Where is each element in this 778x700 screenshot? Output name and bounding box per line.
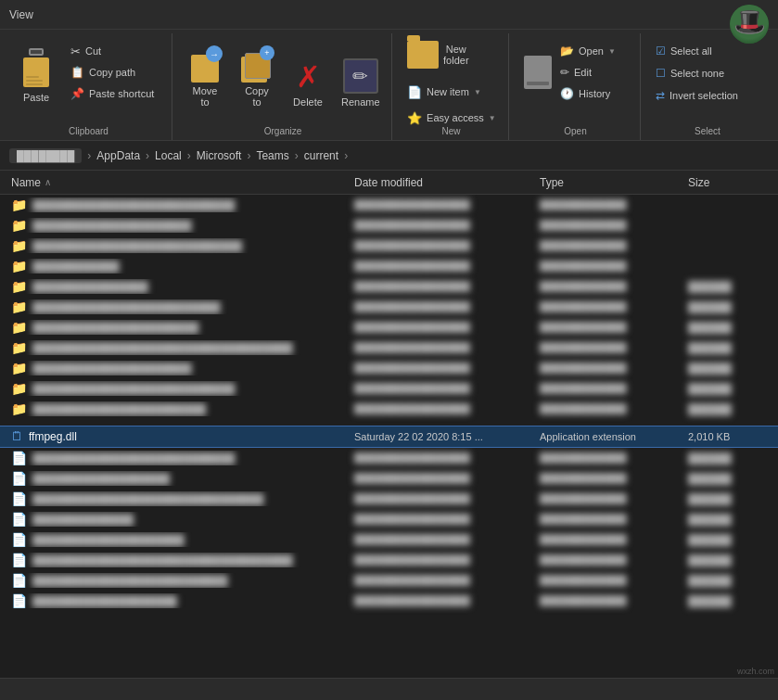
copy-to-icon: + xyxy=(239,44,274,83)
blurred-date: ████████████████ xyxy=(347,220,532,231)
blurred-type: ████████████ xyxy=(532,452,681,464)
new-folder-button[interactable]: New folder xyxy=(402,37,475,72)
table-row[interactable]: 📁████████████ ████████████████ █████████… xyxy=(0,256,778,276)
type-column-header[interactable]: Type xyxy=(532,176,681,189)
select-none-button[interactable]: ☐ Select none xyxy=(650,63,744,83)
table-row[interactable]: 📁████████████████████████ ██████████████… xyxy=(0,399,778,419)
blurred-date: ████████████████ xyxy=(347,363,532,374)
blurred-size: ██████ xyxy=(681,595,739,606)
table-row[interactable]: 📄███████████████████████████ ███████████… xyxy=(0,570,778,591)
blurred-filename: ███████████████████████ xyxy=(32,322,198,333)
select-group: ☑ Select all ☐ Select none ⇄ Invert sele… xyxy=(650,37,744,106)
blurred-type: ████████████ xyxy=(532,281,681,292)
table-row[interactable]: 📁████████████████████████████████████ ██… xyxy=(0,337,778,358)
easy-access-button[interactable]: ⭐ Easy access ▼ xyxy=(402,108,502,128)
title-bar: View xyxy=(0,0,778,30)
open-section: 📂 Open ▼ ✏ Edit 🕐 History Open xyxy=(511,33,641,140)
select-none-label: Select none xyxy=(670,68,724,79)
table-row[interactable]: 📁████████████████████████████ ██████████… xyxy=(0,378,778,399)
blurred-filename: ████████████████████████████ xyxy=(32,452,235,464)
paste-button[interactable]: Paste xyxy=(13,37,59,109)
table-row[interactable]: 📄████████████████████████████████████ ██… xyxy=(0,550,778,570)
blurred-type: ████████████ xyxy=(532,595,681,606)
history-icon: 🕐 xyxy=(560,87,574,100)
selected-file-row[interactable]: 🗒 ffmpeg.dll Saturday 22 02 2020 8:15 ..… xyxy=(0,426,778,448)
blurred-date: ████████████████ xyxy=(347,261,532,272)
cut-icon: ✂ xyxy=(70,45,81,58)
selected-file-date: Saturday 22 02 2020 8:15 ... xyxy=(347,431,532,442)
blurred-size: ██████ xyxy=(681,363,739,374)
table-row[interactable]: 📁██████████████████████ ████████████████… xyxy=(0,358,778,378)
table-row[interactable]: 📁█████████████████████████████ █████████… xyxy=(0,235,778,256)
blurred-date: ████████████████ xyxy=(347,403,532,414)
breadcrumb-sep-2: › xyxy=(187,149,191,162)
date-column-header[interactable]: Date modified xyxy=(347,176,532,189)
new-item-arrow: ▼ xyxy=(474,88,481,96)
blurred-type: ████████████ xyxy=(532,473,681,484)
folder-icon: 📄 xyxy=(11,512,27,527)
copy-to-button[interactable]: + Copy to xyxy=(234,37,280,109)
select-all-button[interactable]: ☑ Select all xyxy=(650,41,744,61)
blurred-type: ████████████ xyxy=(532,383,681,394)
breadcrumb-user: ████████ xyxy=(9,148,82,163)
table-row[interactable]: 📄████████████████████████████ ██████████… xyxy=(0,448,778,468)
breadcrumb-local[interactable]: Local xyxy=(155,149,182,162)
organize-group: → Moveto + Copy to ✗ Delete ✏ xyxy=(182,37,386,109)
folder-icon: 📁 xyxy=(11,279,27,294)
blurred-type: ████████████ xyxy=(532,301,681,312)
breadcrumb-current[interactable]: current xyxy=(304,149,338,162)
folder-icon: 📄 xyxy=(11,532,27,547)
blurred-size: ██████ xyxy=(681,554,739,566)
folder-icon: 📁 xyxy=(11,218,27,233)
name-column-header[interactable]: Name ∧ xyxy=(4,176,347,189)
breadcrumb-teams[interactable]: Teams xyxy=(256,149,288,162)
table-row[interactable]: 📄██████████████ ████████████████ ███████… xyxy=(0,509,778,529)
open-button[interactable]: 📂 Open ▼ xyxy=(556,41,619,61)
copy-path-button[interactable]: 📋 Copy path xyxy=(65,62,159,83)
blurred-date: ████████████████ xyxy=(347,383,532,394)
blurred-filename: ███████████████████████████ xyxy=(32,575,227,586)
table-row[interactable]: 📁██████████████████████████ ████████████… xyxy=(0,297,778,317)
move-to-button[interactable]: → Moveto xyxy=(182,37,228,109)
new-item-button[interactable]: 📄 New item ▼ xyxy=(402,82,487,102)
breadcrumb-sep-1: › xyxy=(146,149,149,162)
blurred-filename: ████████████████████ xyxy=(32,595,177,606)
properties-button[interactable]: 📂 Open ▼ ✏ Edit 🕐 History xyxy=(518,37,625,108)
blurred-filename: ████████████████████████ xyxy=(32,403,206,414)
sort-arrow: ∧ xyxy=(45,177,51,187)
upper-file-list: 📁████████████████████████████ ██████████… xyxy=(0,195,778,426)
open-group: 📂 Open ▼ ✏ Edit 🕐 History xyxy=(518,37,632,108)
delete-button[interactable]: ✗ Delete xyxy=(286,37,330,109)
invert-selection-button[interactable]: ⇄ Invert selection xyxy=(650,85,744,106)
table-row[interactable]: 📄███████████████████ ████████████████ ██… xyxy=(0,468,778,489)
table-row[interactable]: 📁██████████████████████ ████████████████… xyxy=(0,215,778,235)
table-row[interactable]: 📄████████████████████████████████ ██████… xyxy=(0,489,778,509)
size-column-header[interactable]: Size xyxy=(681,176,717,189)
cut-label: Cut xyxy=(85,45,101,57)
blurred-date: ████████████████ xyxy=(347,342,532,353)
edit-button[interactable]: ✏ Edit xyxy=(556,62,619,83)
table-row[interactable]: 📁████████████████████████████ ██████████… xyxy=(0,195,778,215)
blurred-date: ████████████████ xyxy=(347,452,532,464)
folder-icon: 📁 xyxy=(11,361,27,375)
select-all-label: Select all xyxy=(670,45,712,57)
blurred-date: ████████████████ xyxy=(347,322,532,333)
table-row[interactable]: 📁███████████████████████ ███████████████… xyxy=(0,317,778,337)
rename-button[interactable]: ✏ Rename xyxy=(336,37,386,109)
paste-shortcut-button[interactable]: 📌 Paste shortcut xyxy=(65,83,159,104)
blurred-size: ██████ xyxy=(681,534,739,545)
blurred-type: ████████████ xyxy=(532,322,681,333)
blurred-type: ████████████ xyxy=(532,199,681,210)
table-row[interactable]: 📄█████████████████████ ████████████████ … xyxy=(0,529,778,550)
copy-to-label: Copy to xyxy=(245,85,269,108)
history-button[interactable]: 🕐 History xyxy=(556,83,619,104)
new-folder-label: New folder xyxy=(443,44,469,66)
properties-icon xyxy=(524,56,552,89)
breadcrumb-appdata[interactable]: AppData xyxy=(96,149,140,162)
cut-button[interactable]: ✂ Cut xyxy=(65,41,159,61)
table-row[interactable]: 📄████████████████████ ████████████████ █… xyxy=(0,591,778,611)
folder-icon: 📄 xyxy=(11,593,27,608)
table-row[interactable]: 📁████████████████ ████████████████ █████… xyxy=(0,276,778,297)
breadcrumb-microsoft[interactable]: Microsoft xyxy=(197,149,242,162)
blurred-size: ██████ xyxy=(681,473,739,484)
